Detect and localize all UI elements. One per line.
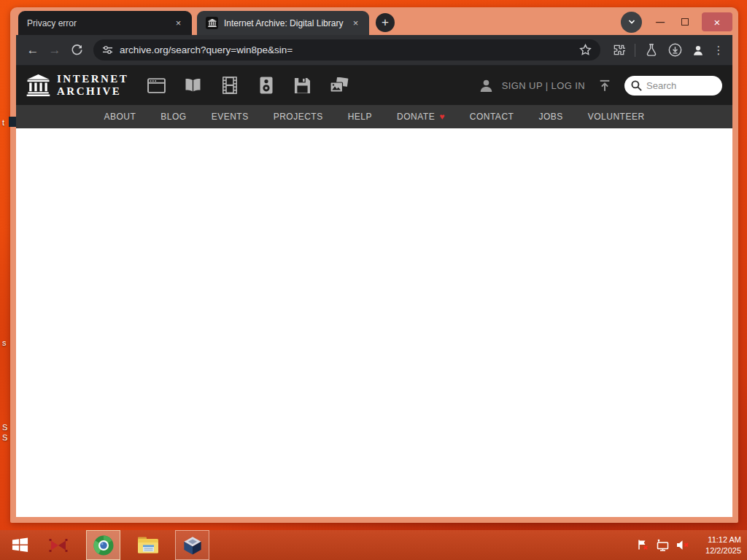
volume-muted-icon[interactable] bbox=[676, 540, 690, 551]
taskbar-clock[interactable]: 11:12 AM 12/2/2025 bbox=[705, 530, 741, 560]
taskbar-red-app-button[interactable] bbox=[42, 530, 74, 560]
start-button[interactable] bbox=[4, 530, 35, 560]
software-icon[interactable] bbox=[290, 74, 314, 96]
nav-item-help[interactable]: HELP bbox=[348, 112, 372, 122]
nav-item-events[interactable]: EVENTS bbox=[212, 112, 249, 122]
upload-icon[interactable] bbox=[598, 79, 611, 92]
desktop-icon-label-fragment: t bbox=[2, 118, 4, 127]
taskbar-browser-button[interactable] bbox=[86, 530, 120, 560]
web-icon[interactable] bbox=[144, 74, 169, 96]
desktop-icon-label-fragment: S bbox=[2, 433, 7, 442]
new-tab-button[interactable]: + bbox=[376, 13, 395, 32]
virtualbox-icon bbox=[182, 535, 203, 556]
reload-icon[interactable] bbox=[66, 39, 88, 61]
audio-icon[interactable] bbox=[254, 74, 278, 96]
back-icon[interactable]: ← bbox=[22, 39, 44, 61]
tab-internet-archive[interactable]: Internet Archive: Digital Library × bbox=[197, 11, 369, 35]
video-icon[interactable] bbox=[217, 74, 241, 96]
forward-icon[interactable]: → bbox=[44, 39, 66, 61]
desktop-icon-label-fragment: S bbox=[2, 423, 7, 432]
user-icon bbox=[479, 79, 493, 93]
browser-toolbar: ← → archive.org/search?query=win8pe&sin= bbox=[16, 35, 732, 66]
profile-icon[interactable] bbox=[687, 39, 709, 61]
system-tray bbox=[637, 530, 690, 560]
nav-item-contact[interactable]: CONTACT bbox=[470, 112, 514, 122]
desktop-icon-fragment bbox=[9, 117, 16, 127]
red-app-icon bbox=[48, 536, 69, 555]
tab-strip: Privacy error × Internet Archive: Digita… bbox=[10, 7, 738, 35]
tab-title: Privacy error bbox=[27, 18, 166, 28]
downloads-icon[interactable] bbox=[664, 39, 686, 61]
nav-item-about[interactable]: ABOUT bbox=[104, 112, 136, 122]
windows-logo-icon bbox=[11, 536, 29, 554]
media-type-nav bbox=[144, 74, 351, 96]
ia-building-icon bbox=[26, 74, 50, 96]
nav-item-blog[interactable]: BLOG bbox=[160, 112, 186, 122]
signup-login-link[interactable]: SIGN UP | LOG IN bbox=[502, 80, 585, 91]
tab-close-icon[interactable]: × bbox=[172, 17, 185, 29]
minimize-button[interactable]: — bbox=[651, 17, 670, 27]
maximize-icon bbox=[681, 18, 689, 26]
bookmark-star-icon[interactable] bbox=[579, 44, 592, 56]
site-settings-icon[interactable] bbox=[102, 44, 113, 55]
internet-archive-logo[interactable]: INTERNET ARCHIVE bbox=[26, 73, 128, 98]
address-bar[interactable]: archive.org/search?query=win8pe&sin= bbox=[93, 39, 600, 61]
tab-title: Internet Archive: Digital Library bbox=[224, 18, 344, 28]
clock-date: 12/2/2025 bbox=[705, 545, 741, 556]
taskbar: 11:12 AM 12/2/2025 bbox=[0, 530, 747, 560]
browser-window: Privacy error × Internet Archive: Digita… bbox=[10, 7, 738, 523]
clock-time: 11:12 AM bbox=[705, 534, 741, 545]
tab-search-chevron-icon[interactable] bbox=[621, 12, 642, 33]
menu-kebab-icon[interactable]: ⋮ bbox=[711, 39, 727, 61]
archive-favicon bbox=[206, 17, 218, 29]
page-viewport: INTERNET ARCHIVE bbox=[16, 66, 732, 517]
tab-close-icon[interactable]: × bbox=[349, 17, 362, 29]
extensions-icon[interactable] bbox=[608, 39, 630, 61]
nav-item-jobs[interactable]: JOBS bbox=[538, 112, 562, 122]
nav-item-volunteer[interactable]: VOLUNTEER bbox=[588, 112, 645, 122]
search-input[interactable] bbox=[646, 80, 716, 91]
ia-header-right: SIGN UP | LOG IN bbox=[479, 76, 722, 96]
ia-wordmark: INTERNET ARCHIVE bbox=[57, 73, 128, 98]
search-icon bbox=[631, 80, 642, 91]
file-explorer-icon bbox=[137, 536, 159, 554]
labs-flask-icon[interactable] bbox=[640, 39, 662, 61]
window-controls: — × bbox=[621, 11, 738, 33]
texts-icon[interactable] bbox=[181, 74, 205, 96]
action-center-flag-icon[interactable] bbox=[637, 539, 649, 551]
desktop-icon-label-fragment: s bbox=[2, 338, 7, 347]
page-content bbox=[16, 128, 732, 517]
nav-item-donate[interactable]: DONATE♥ bbox=[397, 112, 445, 122]
url-text[interactable]: archive.org/search?query=win8pe&sin= bbox=[120, 44, 579, 55]
maximize-button[interactable] bbox=[676, 18, 694, 26]
taskbar-virtualbox-button[interactable] bbox=[175, 530, 209, 560]
toolbar-actions: ⋮ bbox=[608, 39, 727, 61]
nav-item-projects[interactable]: PROJECTS bbox=[274, 112, 323, 122]
toolbar-separator bbox=[635, 44, 635, 57]
ia-nav-bar: ABOUT BLOG EVENTS PROJECTS HELP DONATE♥ … bbox=[16, 105, 732, 128]
images-icon[interactable] bbox=[327, 74, 351, 96]
taskbar-explorer-button[interactable] bbox=[132, 530, 164, 560]
ia-search-box[interactable] bbox=[624, 76, 722, 96]
chrome-icon bbox=[93, 534, 115, 556]
internet-archive-header: INTERNET ARCHIVE bbox=[16, 66, 732, 105]
network-icon[interactable] bbox=[656, 539, 670, 551]
heart-icon: ♥ bbox=[439, 112, 445, 122]
tab-privacy-error[interactable]: Privacy error × bbox=[18, 11, 192, 35]
window-close-button[interactable]: × bbox=[702, 12, 732, 31]
